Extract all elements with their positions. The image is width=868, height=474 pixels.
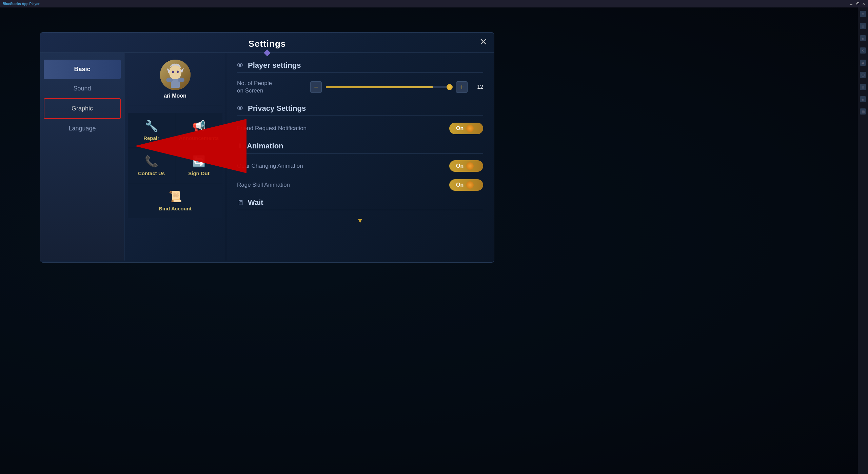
slider-thumb <box>447 84 453 90</box>
wait-icon: 🖥 <box>237 199 244 207</box>
repair-label: Repair <box>143 135 159 141</box>
repair-icon: 🔧 <box>145 120 158 132</box>
gear-changing-toggle-circle <box>466 162 474 170</box>
modal-body: Basic Sound Graphic Language <box>40 53 494 261</box>
announcements-icon: 📢 <box>192 120 206 132</box>
sidebar-icon-3[interactable]: ◈ <box>860 35 866 41</box>
wait-title: Wait <box>248 198 263 207</box>
modal-header: Settings ✕ <box>40 33 494 53</box>
sign-out-label: Sign Out <box>188 170 210 176</box>
slider-value: 12 <box>473 84 483 90</box>
friend-request-toggle[interactable]: On <box>449 123 483 134</box>
player-settings-title: Player settings <box>248 61 301 70</box>
rage-skill-animation-row: Rage Skill Animation On <box>237 179 483 191</box>
topbar-close[interactable]: ✕ <box>862 2 865 6</box>
wait-header: 🖥 Wait <box>237 198 483 210</box>
center-panel: ari Moon 🔧 Repair 📢 Announcements 📞 Cont… <box>124 53 226 261</box>
slider-increase-btn[interactable]: + <box>456 81 468 93</box>
avatar-image <box>160 60 191 90</box>
friend-request-toggle-text: On <box>456 125 463 131</box>
privacy-settings-icon: 👁 <box>237 105 244 112</box>
topbar-restore[interactable]: 🗗 <box>856 2 860 6</box>
gear-changing-label: Gear Changing Animation <box>237 163 449 169</box>
people-on-screen-row: No. of Peopleon Screen − + 12 <box>237 80 483 95</box>
rage-skill-toggle[interactable]: On <box>449 179 483 191</box>
profile-section: ari Moon <box>128 60 222 106</box>
sign-out-icon: 🔄 <box>192 155 206 168</box>
nav-item-language[interactable]: Language <box>40 119 124 138</box>
player-settings-icon: 👁 <box>237 62 244 69</box>
close-button[interactable]: ✕ <box>479 37 487 47</box>
nav-item-graphic[interactable]: Graphic <box>44 98 121 119</box>
profile-name: ari Moon <box>164 93 186 99</box>
svg-point-8 <box>177 71 179 73</box>
center-icons-grid: 🔧 Repair 📢 Announcements 📞 Contact Us 🔄 … <box>128 113 222 183</box>
svg-point-7 <box>172 71 174 73</box>
wait-chevron-down[interactable]: ▼ <box>237 217 483 225</box>
settings-modal: Settings ✕ Basic Sound Graphic Language <box>40 32 494 263</box>
friend-request-notification-row: Friend Request Notification On <box>237 123 483 134</box>
contact-us-icon: 📞 <box>145 155 158 168</box>
animation-title: Animation <box>247 142 283 150</box>
sidebar-icon-4[interactable]: ⟲ <box>860 47 866 54</box>
animation-icon: ⬇ <box>237 142 243 150</box>
friend-request-toggle-circle <box>466 125 474 132</box>
contact-us-label: Contact Us <box>138 170 165 176</box>
slider-track[interactable] <box>326 86 452 88</box>
player-settings-header: 👁 Player settings <box>237 61 483 73</box>
gear-changing-toggle-text: On <box>456 163 463 169</box>
announcements-label: Announcements <box>179 135 219 141</box>
nav-item-sound[interactable]: Sound <box>40 79 124 98</box>
friend-request-label: Friend Request Notification <box>237 125 449 132</box>
svg-point-5 <box>166 78 173 82</box>
bind-account-icon: 📜 <box>169 190 182 203</box>
sign-out-button[interactable]: 🔄 Sign Out <box>175 148 222 183</box>
rage-skill-toggle-circle <box>466 181 474 189</box>
sidebar-icon-9[interactable]: ▤ <box>860 108 866 115</box>
sidebar-icon-7[interactable]: ⊞ <box>860 84 866 90</box>
sidebar-icon-5[interactable]: ◉ <box>860 60 866 66</box>
sidebar-icon-6[interactable]: ❏ <box>860 72 866 78</box>
privacy-settings-title: Privacy Settings <box>248 104 306 113</box>
svg-point-1 <box>169 65 181 80</box>
bind-account-label: Bind Account <box>159 206 192 211</box>
people-on-screen-label: No. of Peopleon Screen <box>237 80 305 95</box>
left-nav: Basic Sound Graphic Language <box>40 53 124 261</box>
app-logo: BlueStacks App Player <box>3 2 40 6</box>
sidebar-icon-1[interactable]: ⊕ <box>860 11 866 17</box>
slider-fill <box>326 86 433 88</box>
modal-title: Settings <box>249 39 286 49</box>
rage-skill-toggle-text: On <box>456 182 463 188</box>
bind-account-button[interactable]: 📜 Bind Account <box>128 183 222 218</box>
topbar-minimize[interactable]: 🗕 <box>849 2 853 6</box>
sidebar-icon-8[interactable]: ◈ <box>860 96 866 102</box>
avatar <box>160 60 191 90</box>
gear-changing-toggle[interactable]: On <box>449 160 483 172</box>
topbar-controls: 🗕 🗗 ✕ <box>849 2 865 6</box>
sidebar-icon-2[interactable]: ☰ <box>860 23 866 29</box>
slider-decrease-btn[interactable]: − <box>310 81 322 93</box>
rage-skill-label: Rage Skill Animation <box>237 182 449 188</box>
settings-panel: 👁 Player settings No. of Peopleon Screen… <box>226 53 494 261</box>
topbar: BlueStacks App Player 🗕 🗗 ✕ <box>0 0 868 7</box>
nav-item-basic[interactable]: Basic <box>44 60 121 79</box>
animation-header: ⬇ Animation <box>237 142 483 153</box>
gear-changing-animation-row: Gear Changing Animation On <box>237 160 483 172</box>
announcements-button[interactable]: 📢 Announcements <box>175 113 222 148</box>
privacy-settings-header: 👁 Privacy Settings <box>237 104 483 116</box>
repair-button[interactable]: 🔧 Repair <box>128 113 175 148</box>
svg-point-6 <box>178 78 184 82</box>
slider-controls: − + <box>310 81 468 93</box>
right-sidebar: ⊕ ☰ ◈ ⟲ ◉ ❏ ⊞ ◈ ▤ <box>858 7 868 474</box>
contact-us-button[interactable]: 📞 Contact Us <box>128 148 175 183</box>
